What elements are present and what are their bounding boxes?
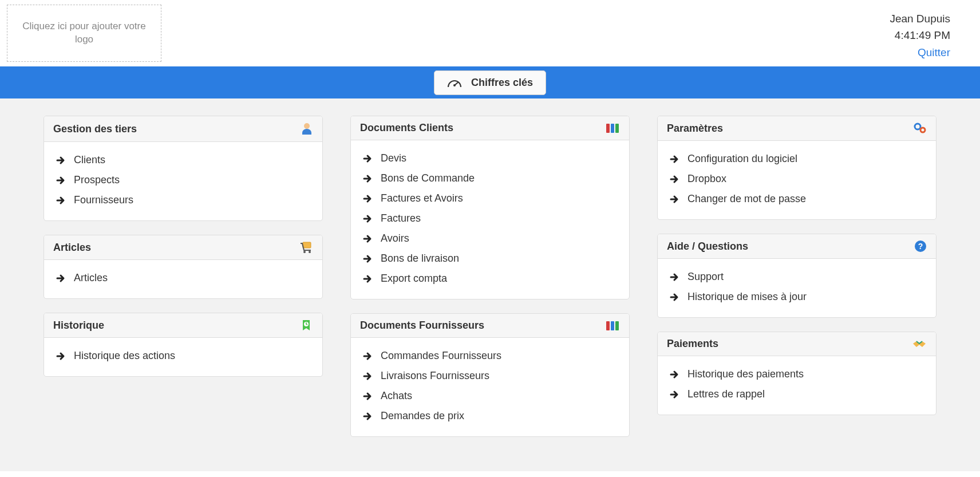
arrow-right-icon <box>56 195 66 206</box>
nav-parametres-item[interactable]: Configuration du logiciel <box>669 149 924 169</box>
nav-tiers-item[interactable]: Fournisseurs <box>56 190 311 210</box>
nav-tiers-item[interactable]: Clients <box>56 150 311 170</box>
panel-doc-clients: Documents Clients DevisBons de CommandeF… <box>350 116 630 299</box>
history-icon <box>301 319 313 332</box>
nav-doc-clients-item[interactable]: Factures et Avoirs <box>362 188 618 208</box>
logo-placeholder[interactable]: Cliquez ici pour ajouter votre logo <box>7 5 161 62</box>
nav-paiements-item[interactable]: Lettres de rappel <box>669 384 924 404</box>
panel-title: Paramètres <box>667 123 723 135</box>
svg-rect-10 <box>606 321 610 330</box>
panel-head-parametres: Paramètres <box>658 116 936 141</box>
arrow-right-icon <box>56 175 66 186</box>
panel-head-doc-fournisseurs: Documents Fournisseurs <box>351 314 629 338</box>
svg-rect-3 <box>303 242 311 248</box>
nav-doc-clients-item[interactable]: Bons de Commande <box>362 168 618 188</box>
svg-line-1 <box>455 82 459 85</box>
nav-doc-clients-item[interactable]: Avoirs <box>362 228 618 249</box>
list-item-label: Devis <box>381 152 406 164</box>
arrow-right-icon <box>362 174 373 184</box>
panel-title: Paiements <box>667 338 718 350</box>
nav-parametres-item[interactable]: Dropbox <box>669 169 924 189</box>
panel-list-articles: Articles <box>56 268 311 288</box>
user-icon <box>301 122 313 136</box>
nav-doc-clients-item[interactable]: Devis <box>362 148 618 168</box>
nav-aide-item[interactable]: Support <box>669 267 924 287</box>
arrow-right-icon <box>362 411 373 421</box>
arrow-right-icon <box>362 214 373 224</box>
nav-paiements-item[interactable]: Historique des paiements <box>669 364 924 384</box>
panel-head-paiements: Paiements <box>658 332 936 356</box>
user-name: Jean Dupuis <box>890 10 950 27</box>
panel-head-articles: Articles <box>44 235 322 260</box>
nav-doc-clients-item[interactable]: Export compta <box>362 269 618 289</box>
svg-rect-9 <box>615 124 619 133</box>
nav-doc-fournisseurs-item[interactable]: Achats <box>362 386 618 406</box>
list-item-label: Export compta <box>381 273 447 285</box>
panel-list-doc-fournisseurs: Commandes FournisseursLivraisons Fournis… <box>362 346 618 426</box>
list-item-label: Commandes Fournisseurs <box>381 350 501 362</box>
arrow-right-icon <box>362 391 373 401</box>
nav-historique-item[interactable]: Historique des actions <box>56 346 311 366</box>
panel-title: Aide / Questions <box>667 241 748 253</box>
nav-doc-fournisseurs-item[interactable]: Demandes de prix <box>362 406 618 426</box>
panel-parametres: Paramètres Configuration du logicielDrop… <box>657 116 936 220</box>
list-item-label: Factures <box>381 212 421 224</box>
nav-doc-clients-item[interactable]: Factures <box>362 208 618 228</box>
svg-rect-12 <box>615 321 619 330</box>
list-item-label: Historique des actions <box>74 350 175 362</box>
panel-title: Gestion des tiers <box>53 123 137 135</box>
user-block: Jean Dupuis 4:41:49 PM Quitter <box>890 5 973 61</box>
list-item-label: Prospects <box>74 174 120 186</box>
list-item-label: Factures et Avoirs <box>381 192 463 204</box>
list-item-label: Changer de mot de passe <box>687 193 806 205</box>
arrow-right-icon <box>669 292 679 302</box>
list-item-label: Dropbox <box>687 173 726 185</box>
help-icon: ? <box>914 240 927 253</box>
panel-list-historique: Historique des actions <box>56 346 311 366</box>
list-item-label: Bons de livraison <box>381 253 459 265</box>
arrow-right-icon <box>362 234 373 244</box>
nav-aide-item[interactable]: Historique de mises à jour <box>669 287 924 307</box>
arrow-right-icon <box>56 273 66 283</box>
svg-rect-11 <box>611 321 614 330</box>
list-item-label: Demandes de prix <box>381 410 464 422</box>
list-item-label: Livraisons Fournisseurs <box>381 370 489 382</box>
column-2: Documents Clients DevisBons de CommandeF… <box>350 116 630 437</box>
svg-rect-7 <box>606 124 610 133</box>
svg-point-13 <box>915 124 920 129</box>
arrow-right-icon <box>362 153 373 164</box>
bluebar: Chiffres clés <box>0 66 980 98</box>
arrow-right-icon <box>669 369 679 380</box>
binders-icon <box>605 123 620 134</box>
quit-link[interactable]: Quitter <box>918 46 950 58</box>
panel-head-historique: Historique <box>44 313 322 338</box>
nav-doc-fournisseurs-item[interactable]: Livraisons Fournisseurs <box>362 366 618 386</box>
list-item-label: Historique de mises à jour <box>687 291 807 303</box>
panel-doc-fournisseurs: Documents Fournisseurs Commandes Fournis… <box>350 313 630 437</box>
panel-list-paiements: Historique des paiementsLettres de rappe… <box>669 364 924 404</box>
svg-point-4 <box>303 251 306 253</box>
nav-articles-item[interactable]: Articles <box>56 268 311 288</box>
panel-list-tiers: ClientsProspectsFournisseurs <box>56 150 311 210</box>
arrow-right-icon <box>362 274 373 284</box>
arrow-right-icon <box>362 194 373 204</box>
panel-head-tiers: Gestion des tiers <box>44 116 322 142</box>
nav-tiers-item[interactable]: Prospects <box>56 170 311 190</box>
panel-title: Documents Clients <box>360 122 453 134</box>
nav-parametres-item[interactable]: Changer de mot de passe <box>669 189 924 209</box>
panel-head-aide: Aide / Questions ? <box>658 234 936 259</box>
key-figures-button[interactable]: Chiffres clés <box>434 70 546 95</box>
panel-title: Articles <box>53 242 91 254</box>
arrow-right-icon <box>56 155 66 165</box>
arrow-right-icon <box>362 371 373 381</box>
nav-doc-clients-item[interactable]: Bons de livraison <box>362 249 618 269</box>
list-item-label: Historique des paiements <box>687 368 804 380</box>
column-1: Gestion des tiers ClientsProspectsFourni… <box>44 116 323 437</box>
arrow-right-icon <box>669 389 679 400</box>
panel-tiers: Gestion des tiers ClientsProspectsFourni… <box>44 116 323 221</box>
panel-title: Historique <box>53 320 104 332</box>
list-item-label: Support <box>687 271 724 283</box>
svg-point-14 <box>920 128 925 132</box>
nav-doc-fournisseurs-item[interactable]: Commandes Fournisseurs <box>362 346 618 366</box>
arrow-right-icon <box>362 351 373 361</box>
